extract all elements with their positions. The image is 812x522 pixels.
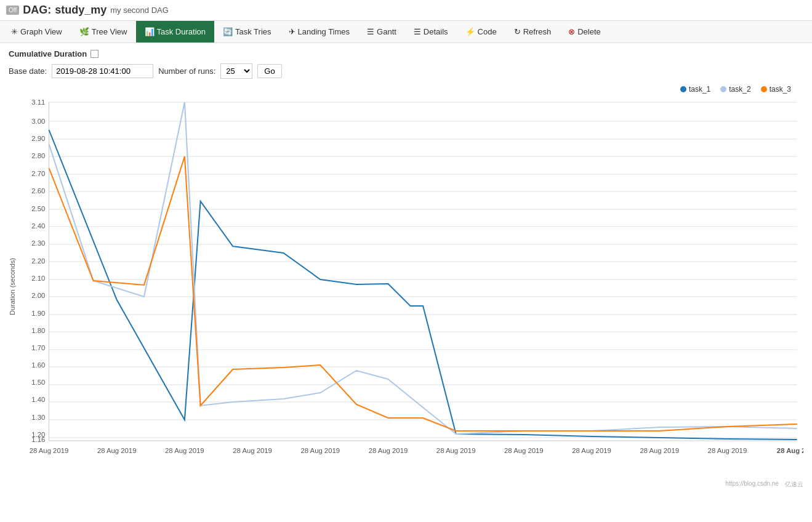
- svg-text:1.80: 1.80: [31, 327, 45, 334]
- legend-task3: task_3: [761, 85, 791, 94]
- task-duration-icon: 📊: [145, 27, 155, 36]
- svg-text:28 Aug 2019: 28 Aug 2019: [504, 447, 544, 454]
- base-date-input[interactable]: [52, 64, 153, 78]
- svg-text:2.00: 2.00: [31, 292, 45, 299]
- task1-line: [49, 130, 797, 440]
- nav-delete[interactable]: ⊗ Delete: [560, 21, 609, 42]
- delete-icon: ⊗: [568, 27, 575, 36]
- svg-text:2.10: 2.10: [31, 275, 45, 282]
- svg-text:2.60: 2.60: [31, 187, 45, 195]
- runs-select[interactable]: 25 50 100: [220, 63, 252, 79]
- dag-subtitle: my second DAG: [110, 6, 169, 15]
- svg-text:28 Aug 2019: 28 Aug 2019: [233, 447, 272, 454]
- base-date-label: Base date:: [9, 66, 47, 76]
- svg-text:2.80: 2.80: [31, 152, 45, 159]
- details-icon: ☰: [414, 27, 421, 36]
- nav-graph-view-label: Graph View: [20, 27, 62, 36]
- legend-task1: task_1: [680, 85, 710, 94]
- nav-details[interactable]: ☰ Details: [405, 21, 457, 42]
- svg-text:2.40: 2.40: [31, 222, 45, 230]
- nav-task-duration[interactable]: 📊 Task Duration: [136, 21, 214, 42]
- watermark-logo: 亿速云: [785, 480, 803, 489]
- svg-text:1.40: 1.40: [31, 396, 45, 403]
- cumulative-label: Cumulative Duration: [9, 49, 87, 58]
- svg-text:2.70: 2.70: [31, 170, 45, 177]
- go-button[interactable]: Go: [257, 64, 281, 78]
- nav-delete-label: Delete: [577, 27, 601, 36]
- svg-text:1.50: 1.50: [31, 379, 45, 386]
- tree-view-icon: 🌿: [79, 27, 89, 36]
- nav-gantt-label: Gantt: [377, 27, 396, 36]
- svg-text:2.90: 2.90: [31, 135, 45, 142]
- task-tries-icon: 🔄: [223, 27, 233, 36]
- nav-code[interactable]: ⚡ Code: [457, 21, 505, 42]
- nav-graph-view[interactable]: ✳ Graph View: [2, 21, 71, 42]
- svg-text:1.70: 1.70: [31, 344, 45, 351]
- svg-text:1.30: 1.30: [31, 414, 45, 421]
- y-axis-label: Duration (seconds): [9, 96, 16, 478]
- nav-landing-times[interactable]: ✈ Landing Times: [280, 21, 359, 42]
- controls-row: Base date: Number of runs: 25 50 100 Go: [9, 63, 803, 79]
- refresh-icon: ↻: [514, 27, 521, 36]
- cumulative-row: Cumulative Duration: [9, 49, 803, 58]
- svg-text:28 Aug 2019: 28 Aug 2019: [300, 447, 340, 454]
- svg-text:1.60: 1.60: [31, 361, 45, 369]
- watermark-url: https://blog.csdn.ne: [725, 480, 779, 489]
- nav-refresh[interactable]: ↻ Refresh: [505, 21, 560, 42]
- runs-label: Number of runs:: [158, 66, 215, 76]
- svg-text:2.20: 2.20: [31, 257, 45, 265]
- legend-label-task2: task_2: [729, 85, 750, 94]
- task3-line: [49, 156, 797, 431]
- nav-tree-view-label: Tree View: [92, 27, 127, 36]
- main-content: Cumulative Duration Base date: Number of…: [0, 43, 812, 495]
- svg-text:1.90: 1.90: [31, 310, 45, 317]
- nav-code-label: Code: [478, 27, 497, 36]
- nav-landing-times-label: Landing Times: [298, 27, 350, 36]
- chart-wrapper: Duration (seconds) .tick-text { font-siz…: [9, 96, 803, 478]
- nav-details-label: Details: [424, 27, 448, 36]
- svg-text:3.00: 3.00: [31, 118, 45, 125]
- nav-tree-view[interactable]: 🌿 Tree View: [71, 21, 136, 42]
- chart-legend: task_1 task_2 task_3: [9, 85, 803, 94]
- svg-text:28 Aug 2019: 28 Aug 2019: [777, 447, 803, 454]
- legend-dot-task2: [720, 86, 726, 92]
- cumulative-checkbox[interactable]: [90, 50, 98, 58]
- svg-text:3.11: 3.11: [31, 98, 45, 106]
- legend-dot-task3: [761, 86, 767, 92]
- landing-times-icon: ✈: [289, 27, 295, 36]
- graph-view-icon: ✳: [11, 27, 18, 36]
- nav-bar: ✳ Graph View 🌿 Tree View 📊 Task Duration…: [0, 21, 812, 43]
- gantt-icon: ☰: [367, 27, 374, 36]
- nav-task-tries[interactable]: 🔄 Task Tries: [214, 21, 280, 42]
- header: Off DAG: study_my my second DAG: [0, 0, 812, 21]
- svg-text:28 Aug 2019: 28 Aug 2019: [640, 447, 679, 454]
- legend-task2: task_2: [720, 85, 750, 94]
- legend-dot-task1: [680, 86, 686, 92]
- code-icon: ⚡: [465, 27, 475, 36]
- nav-refresh-label: Refresh: [523, 27, 552, 36]
- svg-text:28 Aug 2019: 28 Aug 2019: [97, 447, 137, 454]
- nav-task-duration-label: Task Duration: [157, 27, 206, 36]
- dag-prefix: DAG:: [23, 4, 51, 17]
- svg-text:28 Aug 2019: 28 Aug 2019: [436, 447, 476, 454]
- dag-status-badge: Off: [6, 6, 19, 15]
- svg-text:28 Aug 2019: 28 Aug 2019: [369, 447, 408, 454]
- footer: https://blog.csdn.ne 亿速云: [9, 478, 803, 489]
- line-chart: .tick-text { font-size: 11px; fill: #555…: [17, 96, 803, 478]
- svg-text:2.50: 2.50: [31, 205, 45, 212]
- svg-text:28 Aug 2019: 28 Aug 2019: [30, 447, 69, 454]
- dag-name: study_my: [55, 4, 107, 17]
- task2-line: [49, 102, 797, 434]
- nav-gantt[interactable]: ☰ Gantt: [358, 21, 405, 42]
- svg-text:2.30: 2.30: [31, 239, 45, 247]
- nav-task-tries-label: Task Tries: [235, 27, 271, 36]
- svg-text:28 Aug 2019: 28 Aug 2019: [572, 447, 611, 454]
- svg-text:1.16: 1.16: [31, 436, 45, 443]
- legend-label-task3: task_3: [770, 85, 791, 94]
- svg-text:28 Aug 2019: 28 Aug 2019: [165, 447, 204, 454]
- legend-label-task1: task_1: [689, 85, 710, 94]
- svg-text:28 Aug 2019: 28 Aug 2019: [708, 447, 747, 454]
